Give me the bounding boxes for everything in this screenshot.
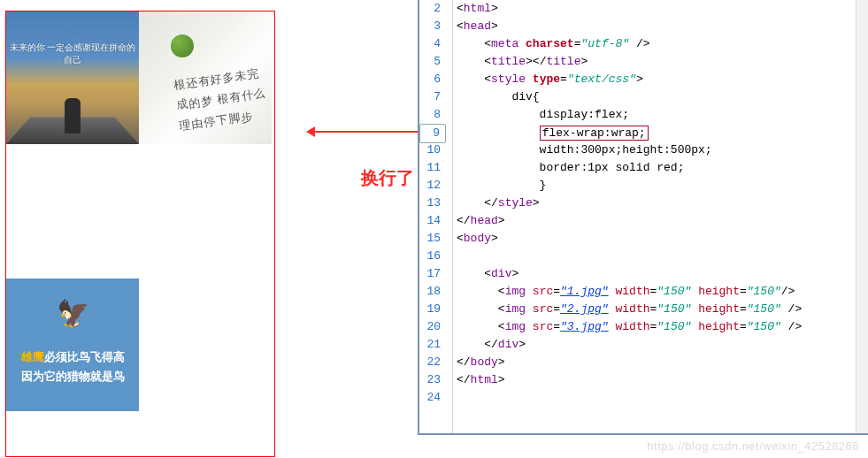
code-line[interactable]: 20 <img src="3.jpg" width="150" height="… [419,318,868,336]
code-text[interactable] [446,391,457,404]
preview-image-3: 🦅 雄鹰必须比鸟飞得高 因为它的猎物就是鸟 [6,279,139,411]
line-number: 20 [419,318,446,336]
line-number: 5 [419,53,446,71]
image-1-caption: 未来的你 一定会感谢现在拼命的自己 [6,42,139,66]
code-text[interactable]: div{ [446,90,540,103]
line-number: 7 [419,88,446,106]
code-text[interactable]: <img src="1.jpg" width="150" height="150… [446,285,795,298]
code-text[interactable]: </html> [446,373,505,386]
code-line[interactable]: 15<body> [419,230,868,248]
line-number: 18 [419,283,446,301]
code-text[interactable]: </div> [446,338,526,351]
code-line[interactable]: 4 <meta charset="utf-8" /> [419,35,868,53]
line-number: 13 [419,195,446,212]
code-text[interactable]: width:300px;height:500px; [446,143,712,156]
vertical-scrollbar[interactable] [856,0,868,433]
line-number: 24 [419,389,446,407]
code-text[interactable]: <img src="2.jpg" width="150" height="150… [446,302,802,316]
code-text[interactable]: border:1px solid red; [446,161,684,174]
code-text[interactable]: </style> [446,196,540,210]
code-line[interactable]: 12 } [419,177,868,195]
code-line[interactable]: 19 <img src="2.jpg" width="150" height="… [419,301,868,318]
code-text[interactable]: <body> [446,232,498,245]
code-line[interactable]: 17 <div> [419,265,868,283]
line-number: 23 [419,371,446,389]
code-line[interactable]: 6 <style type="text/css"> [419,71,868,88]
code-line[interactable]: 16 [419,248,868,265]
code-text[interactable]: <img src="3.jpg" width="150" height="150… [446,320,802,333]
code-text[interactable]: <html> [446,2,498,15]
code-text[interactable]: <style type="text/css"> [446,73,643,86]
preview-image-1: 未来的你 一定会感谢现在拼命的自己 [6,11,139,144]
line-number: 6 [419,71,446,88]
code-editor-pane: 2<html>3<head>4 <meta charset="utf-8" />… [418,0,868,435]
code-line[interactable]: 13 </style> [419,195,868,212]
line-number: 15 [419,230,446,248]
line-number: 8 [419,106,446,124]
code-text[interactable]: <meta charset="utf-8" /> [446,37,650,50]
line-number: 4 [419,35,446,53]
preview-image-2: 根还有好多未完成的梦 根有什么理由停下脚步 [139,11,272,144]
line-number: 9 [419,124,446,143]
code-text[interactable]: <head> [446,19,498,33]
code-line[interactable]: 3<head> [419,18,868,35]
line-number: 12 [419,177,446,195]
code-line[interactable]: 5 <title></title> [419,53,868,71]
code-line[interactable]: 7 div{ [419,88,868,106]
code-text[interactable] [446,249,457,263]
eagle-icon: 🦅 [57,298,89,329]
code-text[interactable]: <div> [446,267,518,280]
flex-preview-container: 未来的你 一定会感谢现在拼命的自己 根还有好多未完成的梦 根有什么理由停下脚步 … [5,11,275,457]
code-line[interactable]: 21 </div> [419,336,868,354]
image-3-line1-rest: 必须比鸟飞得高 [44,350,125,363]
code-text[interactable]: flex-wrap:wrap; [446,126,649,140]
line-number: 2 [419,0,446,18]
code-line[interactable]: 10 width:300px;height:500px; [419,141,868,159]
code-line[interactable]: 18 <img src="1.jpg" width="150" height="… [419,283,868,301]
code-text[interactable]: display:flex; [446,108,629,121]
line-number: 22 [419,354,446,371]
image-3-highlight: 雄鹰 [21,350,44,363]
code-text[interactable]: <title></title> [446,55,588,68]
line-number: 3 [419,18,446,35]
code-text[interactable]: } [446,179,546,192]
code-line[interactable]: 9 flex-wrap:wrap; [419,124,868,141]
code-line[interactable]: 23</html> [419,371,868,389]
leaf-icon [171,34,194,57]
line-number: 10 [419,141,446,159]
image-2-caption: 根还有好多未完成的梦 根有什么理由停下脚步 [173,62,272,137]
line-number: 21 [419,336,446,354]
code-line[interactable]: 22</body> [419,354,868,371]
code-line[interactable]: 11 border:1px solid red; [419,159,868,177]
code-line[interactable]: 14</head> [419,212,868,230]
code-line[interactable]: 2<html> [419,0,868,18]
line-number: 11 [419,159,446,177]
line-number: 16 [419,248,446,265]
line-number: 19 [419,301,446,318]
code-text[interactable]: </head> [446,214,505,227]
image-3-line2: 因为它的猎物就是鸟 [21,370,125,383]
line-number: 14 [419,212,446,230]
code-line[interactable]: 8 display:flex; [419,106,868,124]
image-3-caption: 雄鹰必须比鸟飞得高 因为它的猎物就是鸟 [6,347,139,386]
road-shape [6,78,139,144]
code-line[interactable]: 24 [419,389,868,407]
code-text[interactable]: </body> [446,355,505,369]
line-number: 17 [419,265,446,283]
code-content[interactable]: 2<html>3<head>4 <meta charset="utf-8" />… [419,0,868,407]
watermark-text: https://blog.csdn.net/weixin_42528266 [647,439,859,453]
annotation-label: 换行了 [361,166,414,190]
